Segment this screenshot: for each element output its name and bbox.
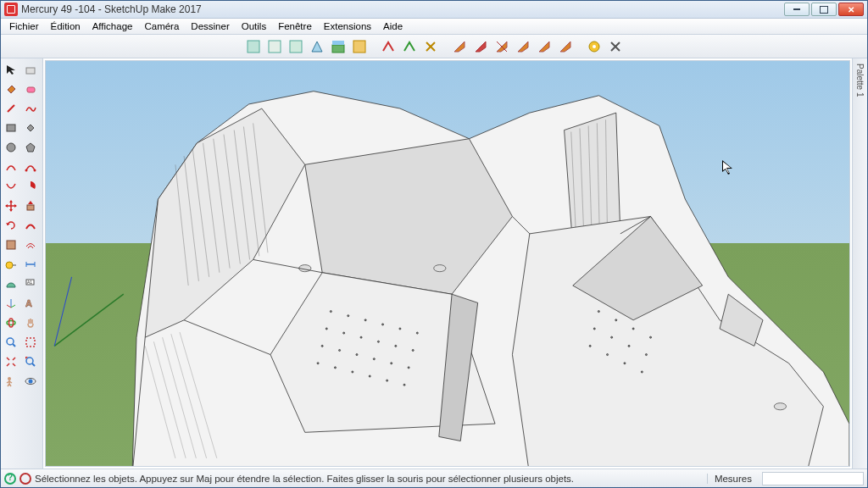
menu-affichage[interactable]: Affichage	[86, 19, 139, 33]
orbit-tool[interactable]	[2, 313, 20, 332]
ext-tool-1[interactable]	[378, 36, 398, 57]
style-wire-button[interactable]	[264, 36, 285, 57]
close-button[interactable]: ✕	[838, 3, 864, 16]
svg-point-15	[593, 45, 596, 48]
menu-extensions[interactable]: Extensions	[318, 19, 377, 33]
menu-dessiner[interactable]: Dessiner	[185, 19, 235, 33]
svg-marker-26	[9, 200, 13, 202]
status-hint-text: Sélectionnez les objets. Appuyez sur Maj…	[35, 474, 574, 484]
line-tool[interactable]	[2, 99, 20, 118]
svg-point-72	[348, 315, 349, 317]
position-camera-tool[interactable]	[2, 372, 20, 391]
ext-tool-3[interactable]	[420, 36, 441, 57]
svg-rect-0	[248, 41, 259, 53]
svg-marker-13	[560, 42, 570, 52]
follow-me-tool[interactable]	[21, 216, 40, 235]
style-xray-button[interactable]	[349, 36, 370, 57]
tray-tab[interactable]: Palette 1	[852, 58, 867, 469]
svg-rect-33	[7, 241, 15, 249]
pan-tool[interactable]	[21, 313, 40, 332]
svg-marker-21	[27, 125, 34, 131]
ext-tool-5[interactable]	[470, 36, 491, 57]
ext-tool-9[interactable]	[555, 36, 576, 57]
ext-tool-2[interactable]	[399, 36, 420, 57]
svg-point-92	[369, 375, 370, 377]
rectangle-tool[interactable]	[2, 119, 20, 137]
svg-point-88	[408, 367, 409, 369]
circle-tool[interactable]	[2, 138, 20, 157]
svg-point-53	[8, 377, 11, 380]
svg-point-47	[7, 338, 14, 345]
menu-aide[interactable]: Aide	[377, 19, 409, 33]
eraser-tool[interactable]	[21, 80, 40, 98]
menu-fenetre[interactable]: Fenêtre	[272, 19, 318, 33]
style-shaded-button[interactable]	[243, 36, 264, 57]
ext-settings-button[interactable]	[605, 36, 626, 57]
dimension-tool[interactable]	[21, 255, 40, 274]
svg-rect-30	[27, 205, 34, 210]
geo-icon[interactable]	[19, 473, 31, 485]
measures-input[interactable]	[762, 472, 864, 485]
svg-marker-27	[9, 209, 13, 212]
ext-tool-8[interactable]	[534, 36, 554, 57]
svg-line-51	[32, 363, 35, 366]
zoom-window-tool[interactable]	[21, 333, 40, 352]
previous-view-tool[interactable]	[21, 352, 40, 371]
make-component-tool[interactable]	[21, 60, 40, 79]
style-texture-button[interactable]	[328, 36, 348, 57]
svg-point-24	[25, 169, 28, 172]
rotated-rect-tool[interactable]	[21, 119, 40, 137]
pie-tool[interactable]	[21, 177, 40, 196]
axes-tool[interactable]	[2, 294, 20, 313]
3d-text-tool[interactable]: A	[21, 294, 40, 313]
ext-gear-button[interactable]	[584, 36, 604, 57]
2pt-arc-tool[interactable]	[21, 158, 40, 176]
measures-label: Mesures	[707, 474, 759, 484]
3pt-arc-tool[interactable]	[2, 177, 20, 196]
select-tool[interactable]	[2, 60, 20, 79]
freehand-tool[interactable]	[21, 99, 40, 118]
svg-point-128	[624, 363, 626, 364]
menu-fichier[interactable]: Fichier	[3, 19, 45, 33]
zoom-tool[interactable]	[2, 333, 20, 352]
svg-point-127	[607, 354, 609, 356]
offset-tool[interactable]	[21, 236, 40, 254]
scale-tool[interactable]	[2, 236, 20, 254]
protractor-tool[interactable]	[2, 274, 20, 293]
move-tool[interactable]	[2, 197, 20, 215]
maximize-button[interactable]	[811, 3, 837, 16]
svg-rect-17	[26, 68, 35, 74]
viewport-3d[interactable]	[45, 60, 850, 467]
style-hidden-button[interactable]	[286, 36, 306, 57]
svg-point-87	[391, 363, 392, 364]
menu-edition[interactable]: Édition	[45, 19, 86, 33]
menu-outils[interactable]: Outils	[236, 19, 272, 33]
svg-marker-28	[5, 204, 8, 208]
svg-marker-16	[7, 65, 15, 75]
help-icon[interactable]	[4, 473, 16, 485]
svg-line-43	[11, 305, 15, 308]
zoom-extents-tool[interactable]	[2, 352, 20, 371]
window-title: Mercury 49 -104 - SketchUp Make 2017	[21, 3, 202, 15]
menu-camera[interactable]: Caméra	[138, 19, 185, 33]
arc-tool[interactable]	[2, 158, 20, 176]
svg-point-25	[34, 169, 36, 172]
svg-rect-1	[269, 41, 281, 53]
tape-measure-tool[interactable]	[2, 255, 20, 274]
look-around-tool[interactable]	[21, 372, 40, 391]
svg-point-78	[343, 332, 345, 334]
ext-tool-4[interactable]	[449, 36, 470, 57]
style-mono-button[interactable]	[307, 36, 327, 57]
text-tool[interactable]: A1	[21, 274, 40, 293]
paint-bucket-tool[interactable]	[2, 80, 20, 98]
pushpull-tool[interactable]	[21, 197, 40, 215]
titlebar[interactable]: Mercury 49 -104 - SketchUp Make 2017 ✕	[1, 1, 867, 19]
minimize-button[interactable]	[784, 3, 810, 16]
polygon-tool[interactable]	[21, 138, 40, 157]
svg-line-19	[8, 105, 14, 112]
ext-tool-6[interactable]	[492, 36, 512, 57]
ext-tool-7[interactable]	[513, 36, 533, 57]
svg-point-121	[650, 336, 652, 338]
rotate-tool[interactable]	[2, 216, 20, 235]
svg-point-71	[330, 311, 331, 313]
